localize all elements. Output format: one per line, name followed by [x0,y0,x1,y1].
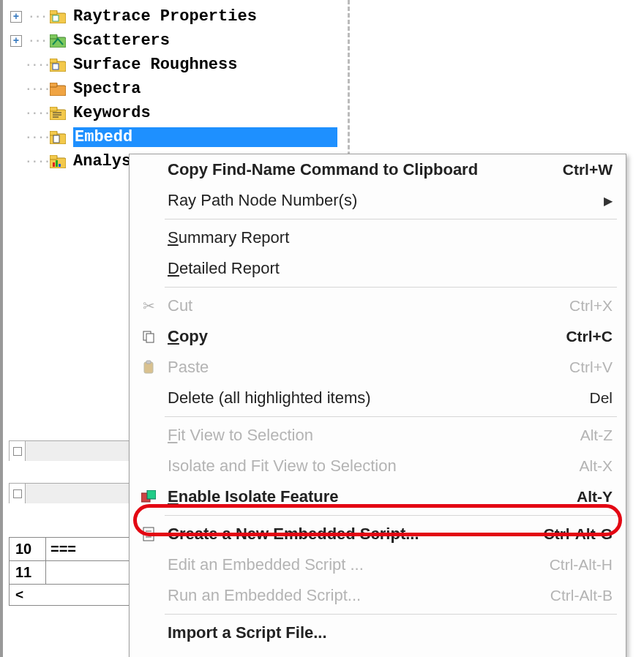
tree-label: Scatterers [73,31,170,50]
isolate-icon [130,490,168,503]
menu-enable-isolate[interactable]: Enable Isolate Feature Alt-Y [130,481,626,512]
menu-create-embedded-script[interactable]: Create a New Embedded Script... Ctrl-Alt… [130,519,626,549]
tree-connector: ···· [25,83,50,96]
line-content [46,561,140,584]
checkbox-cell[interactable] [10,484,26,503]
svg-rect-17 [53,135,59,143]
svg-rect-24 [146,334,154,342]
line-row: 10 === [9,537,141,560]
copy-icon [130,329,168,344]
menu-delete[interactable]: Delete (all highlighted items) Del [130,383,626,413]
svg-rect-16 [50,131,57,135]
tree-label: Spectra [73,80,141,98]
svg-rect-11 [50,107,57,111]
menu-paste: Paste Ctrl+V [130,352,626,383]
folder-icon [50,83,66,96]
tree-item-keywords[interactable]: ···· Keywords [10,101,348,125]
menu-run-embedded-script: Run an Embedded Script... Ctrl-Alt-B [130,580,626,611]
tree-item-scatterers[interactable]: + ··· Scatterers [10,29,348,53]
tree-item-embedded-scripts[interactable]: ···· Embedd [10,125,348,149]
svg-rect-19 [50,155,57,159]
menu-separator [165,287,617,288]
menu-separator [165,614,617,615]
folder-script-icon [50,131,66,144]
line-content: === [46,538,140,560]
svg-rect-7 [53,64,59,70]
tree-label: Keywords [73,104,151,122]
svg-rect-28 [147,490,156,499]
menu-separator [165,219,617,219]
tree-connector: ··· [25,10,50,23]
tree-connector: ··· [25,34,50,48]
shade-cell [26,484,140,503]
menu-isolate-fit: Isolate and Fit View to Selection Alt-X [130,451,626,481]
tree-item-raytrace[interactable]: + ··· Raytrace Properties [10,4,348,29]
line-number: 10 [10,538,46,560]
menu-export-script: Export to a Script File... [130,648,626,657]
tree-label: Analys [73,152,131,170]
context-menu: Copy Find-Name Command to Clipboard Ctrl… [129,154,626,657]
menu-fit-view: Fit View to Selection Alt-Z [130,420,626,451]
menu-import-script[interactable]: Import a Script File... [130,617,626,648]
folder-icon [50,59,66,72]
svg-rect-22 [59,164,61,167]
tree-label: Surface Roughness [73,56,237,74]
svg-rect-1 [50,10,57,15]
menu-summary-report[interactable]: Summary Report [130,222,626,253]
menu-detailed-report[interactable]: Detailed Report [130,253,626,284]
folder-icon [50,34,66,48]
svg-rect-2 [53,15,59,21]
tree-label-selected: Embedd [73,127,337,147]
menu-copy-find-name[interactable]: Copy Find-Name Command to Clipboard Ctrl… [130,154,626,185]
scroll-left[interactable]: < [9,584,141,606]
tree-connector: ···· [25,131,50,144]
svg-rect-20 [53,162,55,167]
tree-connector: ···· [25,155,50,168]
svg-rect-9 [50,83,57,87]
menu-separator [165,416,617,417]
svg-rect-21 [56,160,58,167]
folder-icon [50,107,66,120]
submenu-arrow-icon: ▶ [604,194,613,208]
gutter-row [9,440,141,461]
expand-icon[interactable]: + [10,35,22,47]
svg-rect-4 [50,34,57,39]
svg-rect-6 [50,59,57,63]
tree-item-spectra[interactable]: ···· Spectra [10,77,348,101]
scissors-icon: ✂ [130,297,168,315]
folder-icon [50,10,66,23]
tree-label: Raytrace Properties [73,7,257,26]
checkbox-cell[interactable] [10,441,26,461]
paste-icon [130,360,168,375]
line-number: 11 [10,561,46,584]
tree-connector: ···· [25,107,50,120]
expand-icon[interactable]: + [10,11,22,23]
shade-cell [26,441,140,461]
menu-cut: ✂ Cut Ctrl+X [130,290,626,321]
menu-separator [165,515,617,516]
menu-copy[interactable]: Copy Ctrl+C [130,321,626,352]
menu-edit-embedded-script: Edit an Embedded Script ... Ctrl-Alt-H [130,549,626,580]
svg-rect-26 [146,361,151,364]
document-icon [130,527,168,541]
folder-chart-icon [50,155,66,168]
tree-connector: ···· [25,59,50,72]
bottom-gutter: 10 === 11 < [9,440,141,606]
menu-ray-path-node[interactable]: Ray Path Node Number(s) ▶ [130,185,626,216]
gutter-row [9,483,141,503]
tree-item-surface-roughness[interactable]: ···· Surface Roughness [10,53,348,77]
line-row: 11 [9,560,141,584]
